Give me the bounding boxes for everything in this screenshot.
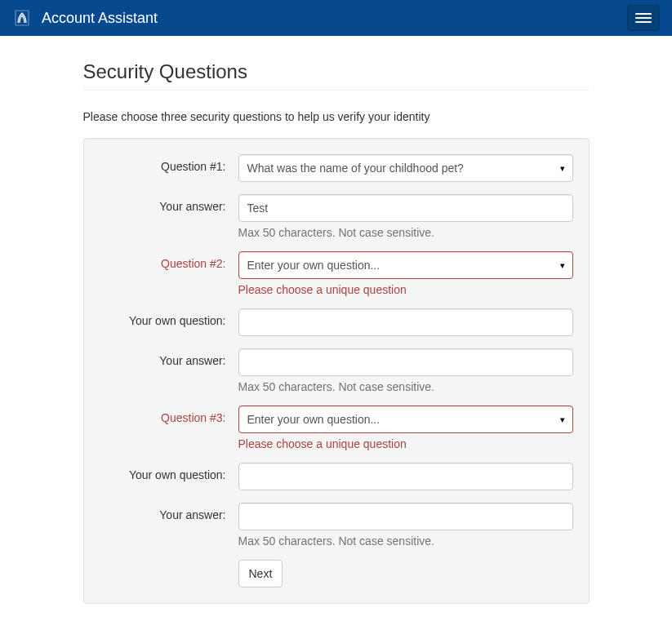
hamburger-icon — [635, 13, 652, 15]
instructions-text: Please choose three security questions t… — [83, 110, 590, 123]
question-2-label: Question #2: — [100, 251, 238, 270]
own-question-3-group: Your own question: — [100, 463, 573, 490]
own-question-2-input[interactable] — [238, 308, 573, 336]
app-logo-icon — [12, 8, 32, 28]
security-questions-form: Question #1: What was the name of your c… — [83, 138, 590, 604]
question-1-group: Question #1: What was the name of your c… — [100, 154, 573, 182]
menu-toggle-button[interactable] — [627, 5, 660, 31]
answer-1-input[interactable] — [238, 194, 573, 222]
navbar: Account Assistant — [0, 0, 672, 36]
app-title: Account Assistant — [42, 10, 158, 27]
question-2-error: Please choose a unique question — [238, 283, 573, 296]
own-question-2-label: Your own question: — [100, 308, 238, 327]
own-question-2-group: Your own question: — [100, 308, 573, 336]
own-question-3-input[interactable] — [238, 463, 573, 490]
answer-2-group: Your answer: Max 50 characters. Not case… — [100, 348, 573, 393]
question-3-label: Question #3: — [100, 406, 238, 424]
answer-3-label: Your answer: — [100, 503, 238, 521]
main-content: Security Questions Please choose three s… — [75, 36, 598, 604]
question-1-select[interactable]: What was the name of your childhood pet? — [238, 154, 573, 182]
own-question-3-label: Your own question: — [100, 463, 238, 481]
next-button[interactable]: Next — [238, 560, 283, 587]
answer-2-label: Your answer: — [100, 348, 238, 367]
navbar-brand[interactable]: Account Assistant — [12, 8, 158, 28]
submit-row: . Next — [100, 560, 573, 587]
answer-1-group: Your answer: Max 50 characters. Not case… — [100, 194, 573, 239]
answer-1-label: Your answer: — [100, 194, 238, 213]
answer-2-help: Max 50 characters. Not case sensitive. — [238, 380, 573, 393]
question-2-select[interactable]: Enter your own question... — [238, 251, 573, 279]
question-3-select[interactable]: Enter your own question... — [238, 406, 573, 433]
question-1-label: Question #1: — [100, 154, 238, 173]
answer-3-group: Your answer: Max 50 characters. Not case… — [100, 503, 573, 547]
page-title: Security Questions — [83, 60, 590, 91]
answer-3-help: Max 50 characters. Not case sensitive. — [238, 534, 573, 547]
answer-1-help: Max 50 characters. Not case sensitive. — [238, 226, 573, 239]
question-3-error: Please choose a unique question — [238, 437, 573, 450]
question-2-group: Question #2: Enter your own question... … — [100, 251, 573, 296]
answer-3-input[interactable] — [238, 503, 573, 530]
answer-2-input[interactable] — [238, 348, 573, 376]
question-3-group: Question #3: Enter your own question... … — [100, 406, 573, 450]
